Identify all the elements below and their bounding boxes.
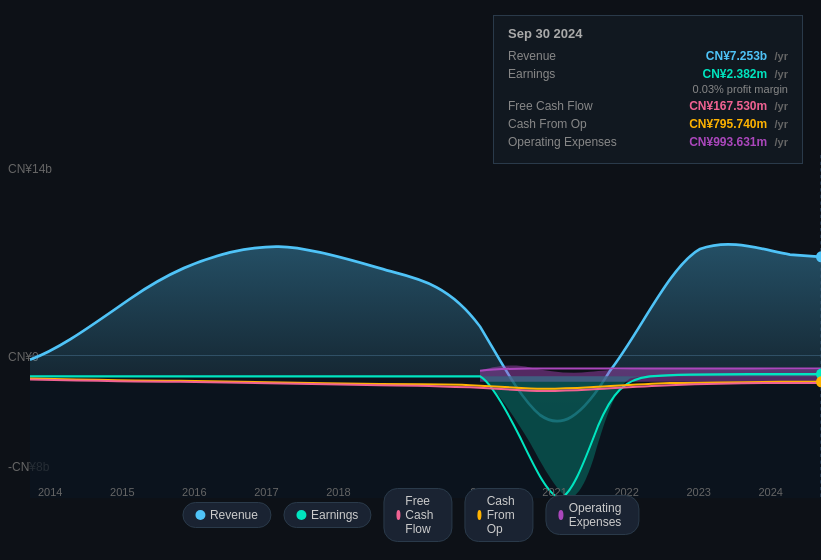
chart-svg <box>30 155 821 498</box>
legend-item-fcf[interactable]: Free Cash Flow <box>383 488 452 542</box>
legend-label-earnings: Earnings <box>311 508 358 522</box>
x-label-2023: 2023 <box>686 486 710 498</box>
tooltip-label-fcf: Free Cash Flow <box>508 99 628 113</box>
legend-item-opex[interactable]: Operating Expenses <box>545 495 639 535</box>
chart-container: Sep 30 2024 Revenue CN¥7.253b /yr Earnin… <box>0 0 821 560</box>
tooltip-label-cashop: Cash From Op <box>508 117 628 131</box>
tooltip-profit-margin: 0.03% profit margin <box>508 83 788 95</box>
x-label-2015: 2015 <box>110 486 134 498</box>
tooltip-value-revenue: CN¥7.253b /yr <box>706 49 788 63</box>
legend-label-fcf: Free Cash Flow <box>405 494 439 536</box>
tooltip-box: Sep 30 2024 Revenue CN¥7.253b /yr Earnin… <box>493 15 803 164</box>
legend-dot-opex <box>558 510 563 520</box>
tooltip-value-fcf: CN¥167.530m /yr <box>689 99 788 113</box>
tooltip-label-opex: Operating Expenses <box>508 135 628 149</box>
legend-dot-cashop <box>477 510 481 520</box>
tooltip-row-revenue: Revenue CN¥7.253b /yr <box>508 49 788 63</box>
x-label-2024: 2024 <box>758 486 782 498</box>
tooltip-label-revenue: Revenue <box>508 49 628 63</box>
legend-dot-fcf <box>396 510 400 520</box>
tooltip-value-opex: CN¥993.631m /yr <box>689 135 788 149</box>
tooltip-row-opex: Operating Expenses CN¥993.631m /yr <box>508 135 788 149</box>
legend-label-opex: Operating Expenses <box>569 501 626 529</box>
legend-label-cashop: Cash From Op <box>487 494 521 536</box>
legend-item-earnings[interactable]: Earnings <box>283 502 371 528</box>
tooltip-value-cashop: CN¥795.740m /yr <box>689 117 788 131</box>
tooltip-row-cashop: Cash From Op CN¥795.740m /yr <box>508 117 788 131</box>
legend-item-revenue[interactable]: Revenue <box>182 502 271 528</box>
legend-item-cashop[interactable]: Cash From Op <box>464 488 533 542</box>
tooltip-date: Sep 30 2024 <box>508 26 788 41</box>
tooltip-row-fcf: Free Cash Flow CN¥167.530m /yr <box>508 99 788 113</box>
tooltip-label-earnings: Earnings <box>508 67 628 81</box>
tooltip-row-earnings: Earnings CN¥2.382m /yr <box>508 67 788 81</box>
chart-svg-area <box>30 155 821 498</box>
legend-label-revenue: Revenue <box>210 508 258 522</box>
legend: Revenue Earnings Free Cash Flow Cash Fro… <box>182 488 639 542</box>
legend-dot-revenue <box>195 510 205 520</box>
legend-dot-earnings <box>296 510 306 520</box>
tooltip-value-earnings: CN¥2.382m /yr <box>702 67 788 81</box>
x-label-2014: 2014 <box>38 486 62 498</box>
